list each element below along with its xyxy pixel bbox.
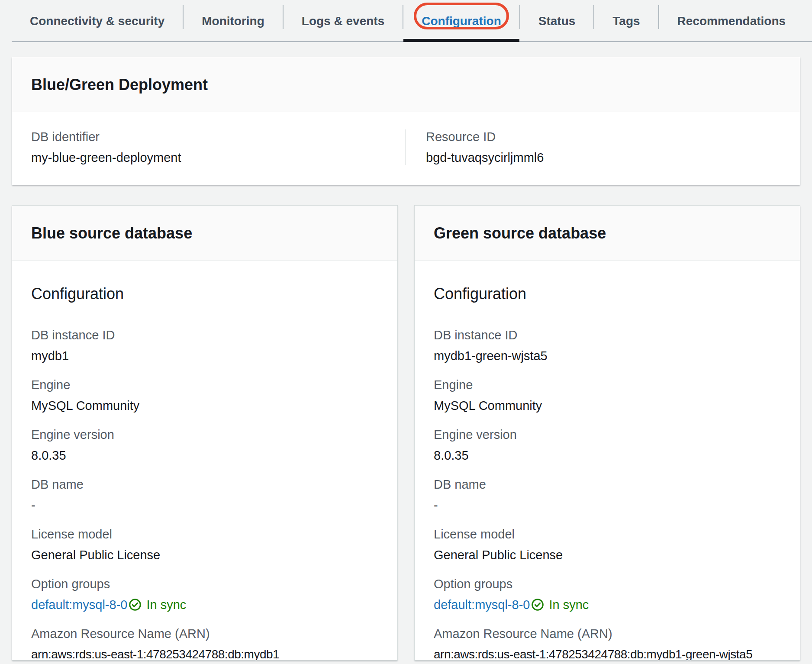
field-value: mydb1 xyxy=(31,348,378,363)
field-label: DB instance ID xyxy=(434,328,781,342)
tab-label: Status xyxy=(538,14,576,28)
panel-header: Green source database xyxy=(415,206,800,261)
arn-field: Amazon Resource Name (ARN) arn:aws:rds:u… xyxy=(31,626,378,661)
sync-status-text: In sync xyxy=(549,597,589,612)
field-value: - xyxy=(31,498,378,513)
field-label: DB name xyxy=(434,477,781,492)
in-sync-check-icon xyxy=(128,598,142,612)
field-label: Option groups xyxy=(31,577,378,591)
license-model-field: License model General Public License xyxy=(31,527,378,562)
field-label: Amazon Resource Name (ARN) xyxy=(434,626,781,641)
license-model-field: License model General Public License xyxy=(434,527,781,562)
field-value: my-blue-green-deployment xyxy=(31,150,386,165)
db-instance-id-field: DB instance ID mydb1-green-wjsta5 xyxy=(434,328,781,363)
tab-logs-events[interactable]: Logs & events xyxy=(284,0,403,42)
option-group-link[interactable]: default:mysql-8-0 xyxy=(31,597,127,612)
field-label: DB name xyxy=(31,477,378,492)
sync-status-text: In sync xyxy=(146,597,186,612)
field-value: 8.0.35 xyxy=(434,448,781,463)
field-label: Engine xyxy=(31,377,378,392)
green-source-database-panel: Green source database Configuration DB i… xyxy=(414,205,800,661)
in-sync-check-icon xyxy=(531,598,545,612)
field-value: - xyxy=(434,498,781,513)
option-group-link[interactable]: default:mysql-8-0 xyxy=(434,597,530,612)
engine-field: Engine MySQL Community xyxy=(434,377,781,413)
field-value: arn:aws:rds:us-east-1:478253424788:db:my… xyxy=(31,647,378,661)
field-value: 8.0.35 xyxy=(31,448,378,463)
field-value: MySQL Community xyxy=(434,398,781,413)
db-instance-id-field: DB instance ID mydb1 xyxy=(31,328,378,363)
tab-monitoring[interactable]: Monitoring xyxy=(184,0,283,42)
panel-title: Green source database xyxy=(434,224,781,243)
db-identifier-field: DB identifier my-blue-green-deployment xyxy=(12,129,405,165)
panel-header: Blue source database xyxy=(12,206,397,261)
tab-recommendations[interactable]: Recommendations xyxy=(659,0,804,42)
engine-field: Engine MySQL Community xyxy=(31,377,378,413)
tab-configuration[interactable]: Configuration xyxy=(403,0,519,42)
db-name-field: DB name - xyxy=(434,477,781,513)
tab-label: Configuration xyxy=(422,14,501,28)
tab-label: Logs & events xyxy=(302,14,384,28)
panel-body: DB identifier my-blue-green-deployment R… xyxy=(12,112,800,185)
panel-header: Blue/Green Deployment xyxy=(12,57,800,112)
field-value: General Public License xyxy=(31,548,378,562)
field-value: General Public License xyxy=(434,548,781,562)
field-label: License model xyxy=(31,527,378,542)
field-value: mydb1-green-wjsta5 xyxy=(434,348,781,363)
configuration-section-title: Configuration xyxy=(31,284,378,303)
option-groups-field: Option groups default:mysql-8-0 In sync xyxy=(31,577,378,612)
source-database-cards: Blue source database Configuration DB in… xyxy=(12,205,800,661)
tab-label: Connectivity & security xyxy=(30,14,164,28)
tab-label: Monitoring xyxy=(202,14,264,28)
tab-tags[interactable]: Tags xyxy=(594,0,658,42)
engine-version-field: Engine version 8.0.35 xyxy=(31,427,378,463)
panel-title: Blue/Green Deployment xyxy=(31,75,781,94)
engine-version-field: Engine version 8.0.35 xyxy=(434,427,781,463)
detail-tabs: Connectivity & security Monitoring Logs … xyxy=(0,0,812,42)
db-name-field: DB name - xyxy=(31,477,378,513)
field-value: bgd-tuvaqsycirljmml6 xyxy=(426,150,781,165)
tab-connectivity-security[interactable]: Connectivity & security xyxy=(12,0,183,42)
option-groups-value-row: default:mysql-8-0 In sync xyxy=(31,597,378,612)
arn-field: Amazon Resource Name (ARN) arn:aws:rds:u… xyxy=(434,626,781,661)
blue-green-deployment-panel: Blue/Green Deployment DB identifier my-b… xyxy=(12,57,800,185)
tab-status[interactable]: Status xyxy=(520,0,594,42)
option-groups-field: Option groups default:mysql-8-0 In sync xyxy=(434,577,781,612)
panel-body: Configuration DB instance ID mydb1 Engin… xyxy=(12,284,397,661)
blue-source-database-panel: Blue source database Configuration DB in… xyxy=(12,205,398,661)
panel-body: Configuration DB instance ID mydb1-green… xyxy=(415,284,800,661)
field-label: Engine version xyxy=(31,427,378,442)
field-value: MySQL Community xyxy=(31,398,378,413)
field-label: Engine version xyxy=(434,427,781,442)
field-label: License model xyxy=(434,527,781,542)
field-label: Resource ID xyxy=(426,129,781,144)
field-label: Amazon Resource Name (ARN) xyxy=(31,626,378,641)
tab-label: Tags xyxy=(612,14,640,28)
field-value: arn:aws:rds:us-east-1:478253424788:db:my… xyxy=(434,647,781,661)
field-label: Engine xyxy=(434,377,781,392)
field-label: DB instance ID xyxy=(31,328,378,342)
resource-id-field: Resource ID bgd-tuvaqsycirljmml6 xyxy=(405,129,800,165)
tab-label: Recommendations xyxy=(677,14,786,28)
panel-title: Blue source database xyxy=(31,224,378,243)
option-groups-value-row: default:mysql-8-0 In sync xyxy=(434,597,781,612)
field-label: DB identifier xyxy=(31,129,386,144)
configuration-section-title: Configuration xyxy=(434,284,781,303)
field-label: Option groups xyxy=(434,577,781,591)
